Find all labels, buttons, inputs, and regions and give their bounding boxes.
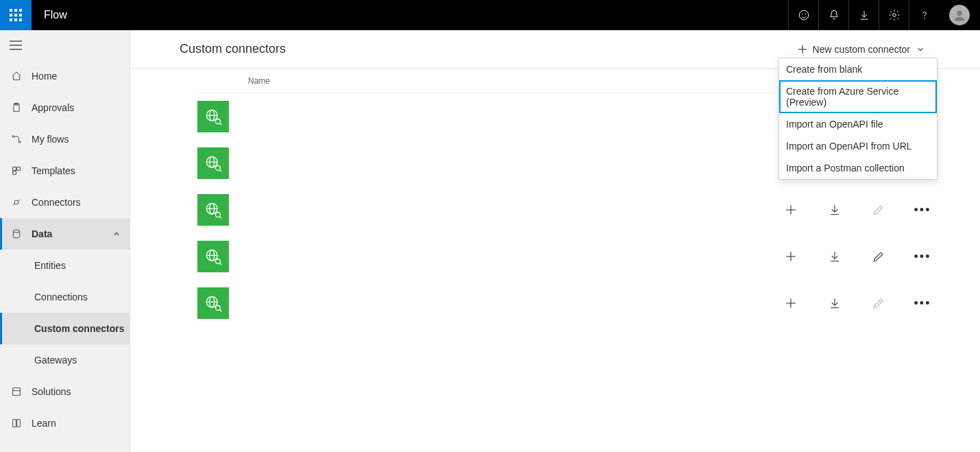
download-action-button[interactable] <box>826 248 843 265</box>
edit-action-button[interactable] <box>870 202 887 218</box>
app-launcher[interactable] <box>0 0 32 30</box>
svg-rect-6 <box>10 19 12 21</box>
dropdown-create-blank[interactable]: Create from blank <box>779 58 937 80</box>
svg-point-21 <box>19 141 21 143</box>
more-action-button[interactable]: ••• <box>914 248 931 265</box>
smile-icon <box>798 9 810 21</box>
add-action-button[interactable] <box>783 202 799 218</box>
avatar-icon <box>952 8 967 23</box>
download-action-button[interactable] <box>826 295 843 311</box>
more-action-button[interactable]: ••• <box>914 295 931 311</box>
sidebar-item-templates[interactable]: Templates <box>0 155 130 187</box>
connector-icon <box>197 194 229 226</box>
notifications-button[interactable] <box>818 0 848 30</box>
help-icon <box>918 9 931 21</box>
connector-row: ••• <box>197 280 931 326</box>
account-button[interactable] <box>939 0 980 30</box>
connector-row: ••• <box>197 187 931 233</box>
sidebar-item-solutions[interactable]: Solutions <box>0 376 130 407</box>
sidebar-label: Home <box>32 71 57 82</box>
sidebar-item-custom-connectors[interactable]: Custom connectors <box>0 313 130 344</box>
svg-line-71 <box>220 310 222 312</box>
svg-line-44 <box>220 170 222 172</box>
svg-point-34 <box>216 119 221 124</box>
svg-rect-8 <box>19 19 22 21</box>
sidebar-item-connections[interactable]: Connections <box>0 281 130 313</box>
main-content: Custom connectors New custom connector C… <box>130 30 980 452</box>
sidebar-label: Connections <box>34 292 88 302</box>
sidebar-item-connectors[interactable]: Connectors <box>0 187 130 218</box>
more-icon: ••• <box>914 296 931 311</box>
svg-point-10 <box>802 14 803 14</box>
connector-icon <box>197 147 229 179</box>
edit-action-button[interactable] <box>870 248 887 265</box>
page-title: Custom connectors <box>180 42 286 56</box>
sidebar-label: Connectors <box>32 197 81 208</box>
add-action-button[interactable] <box>783 248 799 265</box>
svg-rect-24 <box>13 171 16 175</box>
book-icon <box>11 418 22 429</box>
edit-action-button[interactable] <box>870 295 887 311</box>
add-action-button[interactable] <box>783 295 799 311</box>
more-icon: ••• <box>914 203 931 217</box>
svg-point-20 <box>12 136 14 138</box>
flow-icon <box>11 134 22 145</box>
sidebar-item-myflows[interactable]: My flows <box>0 123 130 155</box>
download-button[interactable] <box>848 0 879 30</box>
svg-point-61 <box>216 259 221 264</box>
sidebar-label: Custom connectors <box>34 323 124 334</box>
svg-rect-1 <box>14 9 17 12</box>
chevron-down-icon <box>917 46 924 53</box>
new-button-label: New custom connector <box>813 44 910 55</box>
download-icon <box>858 9 870 21</box>
new-connector-dropdown: Create from blank Create from Azure Serv… <box>779 58 938 180</box>
more-action-button[interactable]: ••• <box>914 202 931 218</box>
sidebar-item-gateways[interactable]: Gateways <box>0 344 130 376</box>
new-custom-connector-button[interactable]: New custom connector <box>791 40 931 59</box>
svg-point-70 <box>216 306 221 311</box>
dropdown-import-openapi-file[interactable]: Import an OpenAPI file <box>779 113 937 135</box>
bell-icon <box>828 9 840 21</box>
sidebar-label: Approvals <box>32 102 74 113</box>
download-action-button[interactable] <box>826 202 843 218</box>
sidebar-item-approvals[interactable]: Approvals <box>0 92 130 123</box>
dropdown-import-postman[interactable]: Import a Postman collection <box>779 157 937 179</box>
svg-rect-2 <box>19 9 22 12</box>
dropdown-import-openapi-url[interactable]: Import an OpenAPI from URL <box>779 135 937 157</box>
feedback-button[interactable] <box>788 0 818 30</box>
svg-point-11 <box>805 14 805 14</box>
plus-icon <box>798 45 807 54</box>
sidebar-label: Templates <box>32 165 75 176</box>
sidebar-label: Learn <box>32 418 56 429</box>
svg-point-9 <box>799 10 809 20</box>
sidebar: Home Approvals My flows Templates Connec… <box>0 30 130 452</box>
svg-line-53 <box>220 217 222 219</box>
svg-point-43 <box>216 166 221 171</box>
connector-icon <box>197 241 229 272</box>
svg-line-62 <box>220 263 222 265</box>
sidebar-label: Solutions <box>32 386 71 397</box>
column-header-name: Name <box>248 76 270 86</box>
connectors-icon <box>11 197 22 208</box>
sidebar-label: Entities <box>34 260 66 271</box>
svg-point-13 <box>924 18 924 19</box>
settings-button[interactable] <box>879 0 909 30</box>
waffle-icon <box>10 9 22 21</box>
sidebar-label: Gateways <box>34 355 77 366</box>
sidebar-item-learn[interactable]: Learn <box>0 407 130 439</box>
svg-rect-5 <box>19 14 22 16</box>
help-button[interactable] <box>909 0 939 30</box>
sidebar-item-data[interactable]: Data <box>0 218 130 250</box>
dropdown-create-azure[interactable]: Create from Azure Service (Preview) <box>779 80 937 113</box>
svg-rect-4 <box>14 14 17 16</box>
sidebar-toggle[interactable] <box>0 30 130 60</box>
svg-rect-7 <box>14 19 17 21</box>
data-icon <box>11 228 22 239</box>
svg-line-35 <box>220 123 222 126</box>
gear-icon <box>888 9 901 21</box>
svg-rect-0 <box>10 9 12 12</box>
connector-icon <box>197 287 229 319</box>
sidebar-item-home[interactable]: Home <box>0 60 130 92</box>
hamburger-icon <box>10 40 22 50</box>
sidebar-item-entities[interactable]: Entities <box>0 250 130 281</box>
